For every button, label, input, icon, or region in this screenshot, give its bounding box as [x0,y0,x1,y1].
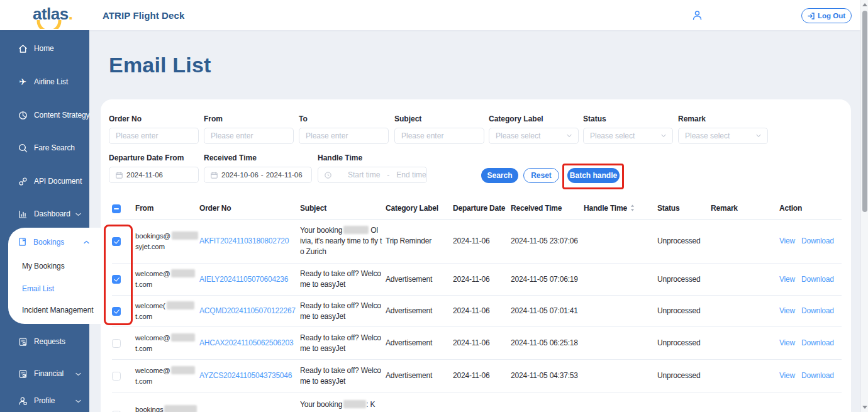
select-all-checkbox[interactable] [112,204,121,213]
download-link[interactable]: Download [801,306,834,316]
from-cell: welcome@t.com [135,269,199,290]
sidebar-item-requests[interactable]: Requests [18,337,65,347]
table-row: welcome(t.com ACQMD20241105070122267 Rea… [112,296,842,327]
profile-icon [18,396,28,406]
subject-cell: Ready to take off? Welcome to easyJet [300,333,386,354]
order-no-link[interactable]: AKFIT20241103180802720 [199,236,300,247]
reset-button[interactable]: Reset [523,168,559,183]
order-no-input[interactable]: Please enter [109,128,199,144]
departure-date-from-input[interactable]: 2024-11-06 [109,167,199,183]
subject-cell: Ready to take off? Welcome to easyJet [300,301,386,322]
table-row: welcome@t.com AYZCS20241105043735046 Rea… [112,360,842,393]
received-cell: 2024-11-05 07:01:41 [511,306,584,316]
departure-cell: 2024-11-06 [453,306,511,316]
download-link[interactable]: Download [801,370,834,381]
view-link[interactable]: View [779,370,795,381]
departure-date-from-label: Departure Date From [109,153,184,162]
download-link[interactable]: Download [801,338,834,348]
user-icon[interactable] [692,10,703,21]
sort-icon[interactable] [630,204,635,211]
handle-time-label: Handle Time [318,153,362,162]
remark-label: Remark [678,114,706,123]
category-cell: Trip Reminder [386,236,453,247]
redacted-blur [343,226,369,234]
sidebar-item-bookings[interactable]: Bookings [18,237,89,247]
order-no-link[interactable]: AHCAX20241105062506203 [199,338,300,348]
status-cell: Unprocessed [657,236,711,247]
order-no-link[interactable]: AYZCS20241105043735046 [199,370,300,381]
from-input[interactable]: Please enter [204,128,294,144]
order-no-link[interactable]: AIELY20241105070604236 [199,274,300,285]
download-link[interactable]: Download [801,410,834,412]
departure-cell: 2024-11-06 [453,370,511,381]
redacted-blur [343,400,366,408]
scrollbar-thumb[interactable] [862,11,867,212]
app-title: ATRIP Flight Deck [103,10,184,21]
to-input[interactable]: Please enter [299,128,389,144]
view-link[interactable]: View [779,410,795,412]
from-cell: welcome(t.com [135,301,199,322]
col-action: Action [779,203,842,214]
to-label: To [299,114,308,123]
view-link[interactable]: View [779,236,795,247]
page-title: Email List [109,53,211,77]
order-no-link[interactable]: ACFKU20241105103720223 [199,410,300,412]
sidebar-item-incident-management[interactable]: Incident Management [22,306,94,315]
subject-cell: Your booking: Kirsten, it's nearly time … [300,399,386,412]
plane-icon: ✈ [18,77,28,87]
category-cell: Advertisement [386,370,453,381]
scroll-down-arrow[interactable] [862,406,867,409]
from-label: From [204,114,223,123]
email-list-page: atlas. ATRIP Flight Deck Log Out Home ✈ … [0,0,868,412]
sidebar-item-my-bookings[interactable]: My Bookings [22,262,65,270]
view-link[interactable]: View [779,274,795,285]
financial-doc-icon [18,369,28,379]
departure-cell: 2024-11-06 [453,410,511,412]
received-cell: 2024-11-05 23:07:06 [511,236,584,247]
pie-chart-icon [18,110,28,120]
download-link[interactable]: Download [801,274,834,285]
category-cell: Advertisement [386,274,453,285]
checkbox-annotation [104,225,133,325]
sidebar-item-content-strategy[interactable]: Content Strategy [18,110,89,120]
sidebar-item-dashboard[interactable]: Dashboard [18,209,70,219]
received-cell: 2024-11-05 04:37:53 [511,370,584,381]
sidebar-item-airline-list[interactable]: ✈ Airline List [18,77,68,87]
sidebar-item-email-list[interactable]: Email List [22,284,54,293]
batch-handle-annotation [562,164,624,189]
handle-time-input[interactable]: Start time - End time [318,167,427,183]
col-handle-time[interactable]: Handle Time [584,203,657,214]
received-time-input[interactable]: 2024-10-06 - 2024-11-06 [204,167,312,183]
search-button[interactable]: Search [481,168,518,183]
redacted-blur [171,269,195,277]
from-cell: welcome@t.com [135,365,199,387]
order-no-link[interactable]: ACQMD20241105070122267 [199,306,300,316]
page-scrollbar[interactable] [860,0,868,412]
subject-input[interactable]: Please enter [394,128,484,144]
email-table: From Order No Subject Category Label Dep… [112,198,842,412]
subject-cell: Your booking Olivia, it's nearly time to… [300,225,386,257]
category-label-select[interactable]: Please select [489,128,579,144]
row-checkbox[interactable] [112,372,121,381]
view-link[interactable]: View [779,338,795,348]
sidebar-item-home[interactable]: Home [18,43,54,53]
row-checkbox[interactable] [112,339,121,348]
logout-button[interactable]: Log Out [801,8,852,23]
chevron-up-icon [84,240,89,244]
sidebar-item-api-document[interactable]: API Document [18,176,82,186]
download-link[interactable]: Download [801,236,834,247]
scroll-up-arrow[interactable] [862,3,867,6]
remark-select[interactable]: Please select [678,128,768,144]
sidebar-item-profile[interactable]: Profile [18,396,55,406]
status-cell: Unprocessed [657,274,711,285]
request-doc-icon [18,337,28,347]
sidebar-item-financial[interactable]: Financial [18,369,64,379]
redacted-blur [167,301,194,309]
view-link[interactable]: View [779,306,795,316]
sidebar-item-fare-search[interactable]: Fare Search [18,143,75,153]
status-select[interactable]: Please select [583,128,673,144]
bookings-menu-group: Bookings My Bookings Email List Incident… [8,228,101,324]
logo-smile-icon [36,20,62,29]
category-label-label: Category Label [489,114,543,123]
table-header-row: From Order No Subject Category Label Dep… [112,198,842,220]
